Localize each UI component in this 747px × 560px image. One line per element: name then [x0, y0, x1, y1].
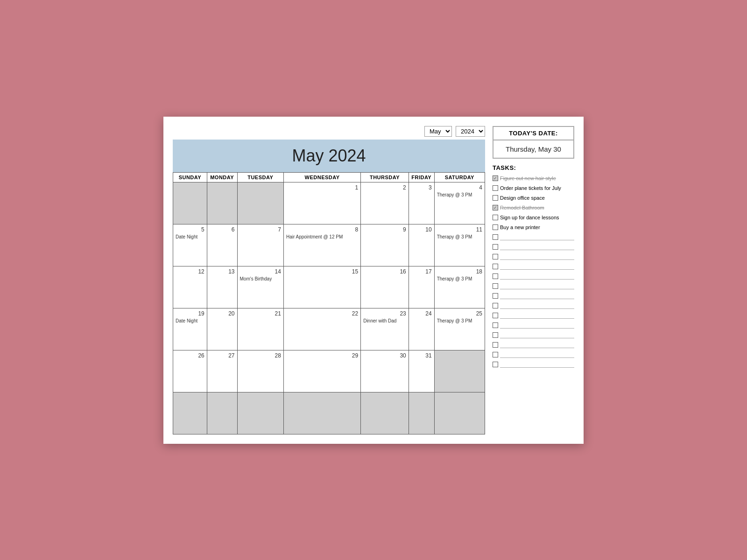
task-checkbox[interactable]	[493, 244, 498, 250]
task-text: Design office space	[500, 195, 574, 201]
calendar-cell	[409, 392, 434, 434]
day-header-friday: FRIDAY	[409, 172, 434, 182]
calendar-cell	[237, 182, 283, 224]
calendar-cell	[283, 392, 360, 434]
task-checkbox[interactable]	[493, 273, 498, 279]
calendar-cell: 22	[283, 308, 360, 350]
task-checkbox[interactable]	[493, 303, 498, 308]
task-item	[493, 233, 574, 241]
task-checkbox[interactable]	[493, 342, 498, 348]
calendar-cell: 23Dinner with Dad	[361, 308, 409, 350]
task-item: ✓Figure out new hair style	[493, 174, 574, 182]
task-checkbox[interactable]: ✓	[493, 175, 498, 181]
calendar-cell: 31	[409, 350, 434, 392]
task-checkbox[interactable]	[493, 352, 498, 357]
calendar-cell: 6	[207, 224, 237, 266]
calendar-cell	[207, 182, 237, 224]
day-header-sunday: SUNDAY	[173, 172, 207, 182]
calendar-cell: 21	[237, 308, 283, 350]
cell-date-number: 27	[210, 352, 235, 359]
task-checkbox[interactable]: ✓	[493, 205, 498, 210]
task-checkbox[interactable]	[493, 234, 498, 240]
task-item	[493, 331, 574, 339]
calendar-cell: 2	[361, 182, 409, 224]
task-item	[493, 321, 574, 329]
calendar-cell: 30	[361, 350, 409, 392]
task-item: ✓Remodel Bathroom	[493, 203, 574, 212]
task-checkbox[interactable]	[493, 264, 498, 269]
cell-date-number: 10	[411, 226, 432, 233]
cell-event-text: Therapy @ 3 PM	[437, 318, 482, 324]
calendar-week-row: 121314Mom's Birthday15161718Therapy @ 3 …	[173, 266, 485, 308]
task-checkbox[interactable]	[493, 254, 498, 259]
task-checkbox[interactable]	[493, 293, 498, 299]
app-container: May 2024 May 2024 SUNDAYMONDAYTUESDAYWED…	[163, 117, 584, 444]
task-item	[493, 262, 574, 271]
calendar-cell: 24	[409, 308, 434, 350]
month-select[interactable]: May	[424, 126, 452, 137]
year-select[interactable]: 2024	[456, 126, 485, 137]
calendar-title: May 2024	[173, 146, 485, 166]
calendar-grid: SUNDAYMONDAYTUESDAYWEDNESDAYTHURSDAYFRID…	[173, 172, 485, 434]
calendar-cell: 12	[173, 266, 207, 308]
task-item: Buy a new printer	[493, 223, 574, 231]
sidebar: TODAY'S DATE: Thursday, May 30 TASKS: ✓F…	[493, 126, 574, 434]
task-checkbox[interactable]	[493, 215, 498, 220]
calendar-cell: 29	[283, 350, 360, 392]
calendar-cell: 3	[409, 182, 434, 224]
task-checkbox[interactable]	[493, 224, 498, 230]
calendar-week-row: 1234Therapy @ 3 PM	[173, 182, 485, 224]
cell-date-number: 7	[240, 226, 281, 233]
task-text: Buy a new printer	[500, 224, 574, 230]
cell-date-number: 8	[286, 226, 358, 233]
task-empty-line	[500, 273, 574, 280]
calendar-cell	[207, 392, 237, 434]
task-item: Design office space	[493, 194, 574, 202]
days-header-row: SUNDAYMONDAYTUESDAYWEDNESDAYTHURSDAYFRID…	[173, 172, 485, 182]
task-empty-line	[500, 322, 574, 329]
calendar-cell	[361, 392, 409, 434]
cell-date-number: 21	[240, 310, 281, 317]
task-checkbox[interactable]	[493, 362, 498, 367]
day-header-monday: MONDAY	[207, 172, 237, 182]
cell-date-number: 23	[363, 310, 406, 317]
calendar-cell: 10	[409, 224, 434, 266]
calendar-cell: 17	[409, 266, 434, 308]
task-checkbox[interactable]	[493, 313, 498, 318]
day-header-thursday: THURSDAY	[361, 172, 409, 182]
calendar-week-row: 5Date Night678Hair Appointment @ 12 PM91…	[173, 224, 485, 266]
calendar-cell	[237, 392, 283, 434]
calendar-cell: 15	[283, 266, 360, 308]
calendar-cell: 11Therapy @ 3 PM	[434, 224, 485, 266]
task-checkbox[interactable]	[493, 185, 498, 191]
task-empty-line	[500, 342, 574, 348]
cell-date-number: 20	[210, 310, 235, 317]
cell-date-number: 18	[437, 268, 482, 275]
calendar-cell: 9	[361, 224, 409, 266]
task-item	[493, 292, 574, 300]
task-empty-line	[500, 293, 574, 299]
calendar-cell: 1	[283, 182, 360, 224]
task-checkbox[interactable]	[493, 283, 498, 289]
task-empty-line	[500, 361, 574, 368]
calendar-week-row: 262728293031	[173, 350, 485, 392]
cell-event-text: Therapy @ 3 PM	[437, 192, 482, 198]
day-header-saturday: SATURDAY	[434, 172, 485, 182]
calendar-week-row: 19Date Night20212223Dinner with Dad2425T…	[173, 308, 485, 350]
calendar-cell	[173, 182, 207, 224]
calendar-cell: 5Date Night	[173, 224, 207, 266]
task-checkbox[interactable]	[493, 195, 498, 201]
today-date: Thursday, May 30	[493, 140, 573, 158]
cell-date-number: 1	[286, 184, 358, 191]
calendar-cell: 14Mom's Birthday	[237, 266, 283, 308]
calendar-cell	[434, 392, 485, 434]
task-item	[493, 341, 574, 349]
cell-event-text: Dinner with Dad	[363, 318, 406, 324]
cell-date-number: 30	[363, 352, 406, 359]
task-empty-line	[500, 234, 574, 240]
task-checkbox[interactable]	[493, 322, 498, 328]
calendar-week-row	[173, 392, 485, 434]
cell-date-number: 22	[286, 310, 358, 317]
task-checkbox[interactable]	[493, 332, 498, 338]
calendar-cell: 20	[207, 308, 237, 350]
